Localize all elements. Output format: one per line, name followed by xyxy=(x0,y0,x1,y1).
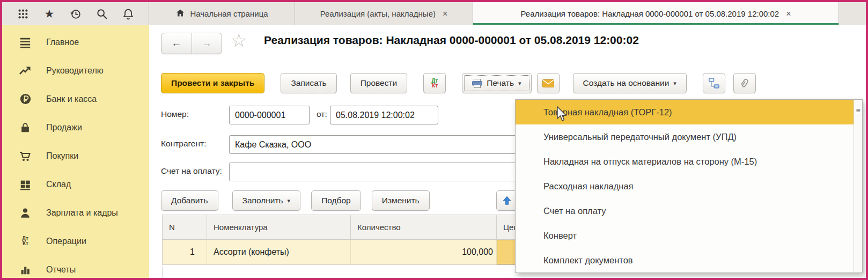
ruble-circle-icon xyxy=(19,93,32,106)
number-input[interactable]: 0000-000001 xyxy=(229,106,310,124)
tab-label: Реализация (акты, накладные) xyxy=(320,9,436,18)
shopping-cart-icon xyxy=(19,150,32,163)
counterparty-label: Контрагент: xyxy=(161,139,206,149)
add-row-button[interactable]: Добавить xyxy=(161,190,218,211)
related-documents-button[interactable] xyxy=(703,73,725,93)
table-cell-quantity[interactable]: 100,000 xyxy=(351,240,497,264)
table-cell-row-number[interactable]: 1 xyxy=(163,240,207,264)
fill-button[interactable]: Заполнить ▾ xyxy=(232,190,301,211)
page-title: Реализация товаров: Накладная 0000-00000… xyxy=(264,34,639,47)
sidebar-item-purchases[interactable]: Покупки xyxy=(2,142,149,170)
number-label: Номер: xyxy=(161,109,189,119)
warehouse-boxes-icon xyxy=(19,178,32,191)
post-button[interactable]: Провести xyxy=(350,73,408,93)
sidebar-item-label: Покупки xyxy=(46,151,78,161)
tab-label: Реализация товаров: Накладная 0000-00000… xyxy=(520,9,779,18)
table-cell-nomenclature[interactable]: Ассорти (конфеты) xyxy=(207,240,351,264)
top-bar: ★ xyxy=(2,2,866,26)
sidebar-item-label: Продажи xyxy=(46,123,82,132)
email-button[interactable] xyxy=(537,73,560,93)
quick-access-toolbar: ★ xyxy=(2,2,149,25)
sidebar-item-label: Операции xyxy=(46,237,86,246)
shopping-bag-icon xyxy=(19,121,32,134)
application-window: ★ xyxy=(0,0,868,280)
move-up-button[interactable] xyxy=(496,190,518,211)
notifications-bell-icon[interactable] xyxy=(122,8,134,20)
tab-label: Начальная страница xyxy=(190,9,268,18)
sidebar-item-main[interactable]: Главное xyxy=(2,28,149,56)
favorite-star-icon[interactable]: ☆ xyxy=(231,30,247,51)
paperclip-icon xyxy=(737,76,752,91)
sidebar-item-label: Зарплата и кадры xyxy=(46,208,118,218)
chevron-down-icon: ▾ xyxy=(518,80,521,87)
command-bar: Провести и закрыть Записать Провести Дт … xyxy=(161,72,756,94)
sidebar-item-label: Главное xyxy=(46,38,79,47)
search-icon[interactable] xyxy=(96,8,108,20)
nav-history-group: ← → xyxy=(161,33,222,54)
sidebar-item-sales[interactable]: Продажи xyxy=(2,113,149,142)
menu-lines-icon xyxy=(19,36,32,49)
back-button[interactable]: ← xyxy=(161,33,192,54)
print-button[interactable]: Печать ▾ xyxy=(462,73,531,93)
trend-chart-icon xyxy=(19,64,32,77)
menu-item-payment-invoice[interactable]: Счет на оплату xyxy=(516,198,854,223)
menu-item-expense-invoice[interactable]: Расходная накладная xyxy=(516,174,854,198)
invoice-label: Счет на оплату: xyxy=(161,166,222,176)
pick-button[interactable]: Подбор xyxy=(311,190,361,211)
sidebar-item-label: Склад xyxy=(46,180,71,189)
edit-button[interactable]: Изменить xyxy=(372,190,430,211)
document-form: ← → ☆ Реализация товаров: Накладная 0000… xyxy=(149,25,866,278)
tab-home[interactable]: Начальная страница xyxy=(149,2,295,25)
menu-more-rail[interactable]: ≡ xyxy=(854,100,862,272)
sidebar-item-manager[interactable]: Руководителю xyxy=(2,56,149,85)
tab-bar: Начальная страница Реализация (акты, нак… xyxy=(149,2,839,25)
attachments-button[interactable] xyxy=(733,73,756,93)
home-icon xyxy=(175,8,185,19)
history-icon[interactable] xyxy=(70,8,82,20)
person-icon xyxy=(19,207,32,219)
tab-sales-document[interactable]: Реализация товаров: Накладная 0000-00000… xyxy=(473,2,839,25)
debit-credit-icon: Дт Кт xyxy=(19,235,32,248)
tab-sales-list[interactable]: Реализация (акты, накладные) × xyxy=(295,2,473,25)
column-header-nomenclature[interactable]: Номенклатура xyxy=(207,215,351,240)
menu-item-envelope[interactable]: Конверт xyxy=(516,223,854,248)
apps-grid-icon[interactable] xyxy=(17,8,29,20)
arrow-up-icon xyxy=(502,196,512,205)
sidebar-item-bank-cash[interactable]: Банк и касса xyxy=(2,85,149,113)
sidebar-item-operations[interactable]: Дт Кт Операции xyxy=(2,227,149,255)
create-based-on-button[interactable]: Создать на основании ▾ xyxy=(573,73,687,93)
save-button[interactable]: Записать xyxy=(281,73,336,93)
print-dropdown-menu: Товарная накладная (ТОРГ-12) Универсальн… xyxy=(515,99,863,273)
favorites-star-icon[interactable]: ★ xyxy=(43,8,55,20)
menu-item-upd[interactable]: Универсальный передаточный документ (УПД… xyxy=(516,124,854,149)
close-icon[interactable]: × xyxy=(786,9,791,19)
bar-chart-icon xyxy=(19,263,32,276)
envelope-icon xyxy=(542,79,554,87)
column-header-n[interactable]: N xyxy=(163,215,207,240)
related-documents-icon xyxy=(709,78,719,89)
menu-item-document-set[interactable]: Комплект документов xyxy=(516,248,854,272)
sidebar: Главное Руководителю Банк и касса xyxy=(2,25,149,278)
date-input[interactable]: 05.08.2019 12:00:02 xyxy=(330,106,438,124)
mouse-cursor xyxy=(556,106,568,124)
close-icon[interactable]: × xyxy=(443,9,447,19)
debit-credit-button[interactable]: Дт Кт xyxy=(423,73,446,93)
date-prefix-label: от: xyxy=(317,109,327,119)
forward-button[interactable]: → xyxy=(192,33,222,54)
menu-lines-icon: ≡ xyxy=(856,106,860,115)
sidebar-item-warehouse[interactable]: Склад xyxy=(2,170,149,198)
sidebar-item-label: Банк и касса xyxy=(46,94,97,104)
sidebar-item-label: Отчеты xyxy=(46,265,76,275)
printer-icon xyxy=(472,79,482,88)
post-and-close-button[interactable]: Провести и закрыть xyxy=(161,73,264,93)
column-header-quantity[interactable]: Количество xyxy=(351,215,497,240)
sidebar-item-label: Руководителю xyxy=(46,66,104,76)
items-toolbar: Добавить Заполнить ▾ Подбор Изменить xyxy=(161,190,430,211)
chevron-down-icon: ▾ xyxy=(288,197,291,204)
menu-item-m15[interactable]: Накладная на отпуск материалов на сторон… xyxy=(516,149,854,174)
sidebar-item-payroll-hr[interactable]: Зарплата и кадры xyxy=(2,198,149,227)
chevron-down-icon: ▾ xyxy=(673,80,676,87)
sidebar-item-reports[interactable]: Отчеты xyxy=(2,255,149,278)
